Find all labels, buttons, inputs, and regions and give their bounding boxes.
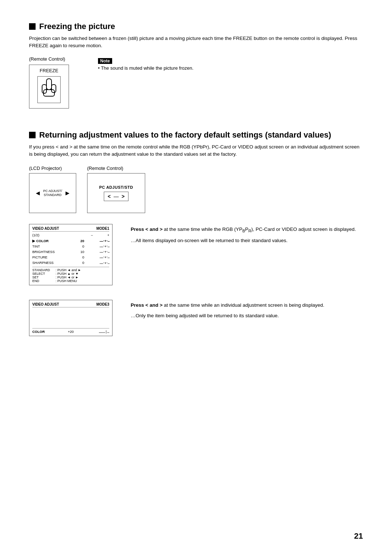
va1-brightness-name: BRIGHTNESS: [32, 249, 61, 254]
va1-row-brightness: BRIGHTNESS 10 ……·+·…: [32, 249, 109, 254]
screen1-text-rest: at the same time while the RGB (YPBPR), …: [163, 227, 356, 232]
va1-tint-value: 0: [75, 244, 84, 249]
va3-footer: COLOR +20 ………|…: [32, 328, 109, 334]
lcd-right-arrow-icon: ►: [64, 189, 71, 197]
va1-footer-set: SET : PUSH ◄ or ►: [32, 276, 109, 279]
screen2-text-col: Press < and > at the same time while an …: [127, 300, 363, 323]
va1-footer-select: SELECT : PUSH ▲ or ▼: [32, 272, 109, 276]
va1-plus-minus: – +: [91, 233, 109, 238]
va1-header-left: VIDEO ADJUST: [32, 227, 59, 230]
remote-btn-left: <: [108, 193, 111, 199]
screen2-press-bold: Press < and >: [131, 302, 163, 308]
va3-header: VIDEO ADJUST MODE3: [32, 302, 109, 307]
va1-subheader: (1/2) – +: [32, 232, 109, 238]
screen1-press-bold: Press < and >: [131, 227, 163, 232]
video-adjust-box-2: VIDEO ADJUST MODE3 COLOR +20 ………|…: [29, 300, 113, 336]
adjust-screens-row-2: VIDEO ADJUST MODE3 COLOR +20 ………|… Press…: [29, 300, 363, 336]
lcd-text: PC ADJUST/STANDARD: [43, 189, 62, 197]
freeze-remote-label: (Remote Control): [29, 56, 69, 62]
screen1-text2: …All items displayed on-screen will be r…: [131, 237, 363, 245]
va1-header: VIDEO ADJUST MODE1: [32, 227, 109, 232]
remote-pc-adjust-label: PC ADJUST/STD: [99, 185, 133, 189]
returning-section-square-icon: [29, 132, 36, 138]
va1-color-value: 20: [75, 238, 84, 244]
freezing-description: Projection can be switched between a fro…: [29, 35, 363, 50]
va1-tint-bar: ……·+·…: [98, 244, 109, 249]
svg-rect-2: [52, 85, 56, 93]
remote-control-diagram-label: (Remote Control): [87, 166, 123, 171]
lcd-projector-group: (LCD Projector) ◄ PC ADJUST/STANDARD ►: [29, 166, 76, 213]
returning-description: If you press < and > at the same time on…: [29, 143, 363, 159]
screen1-text-col: Press < and > at the same time while the…: [127, 224, 363, 248]
diagrams-row: (LCD Projector) ◄ PC ADJUST/STANDARD ► (…: [29, 166, 363, 213]
va1-sharpness-bar: ……·+·…: [98, 260, 109, 265]
lcd-projector-label: (LCD Projector): [29, 166, 62, 171]
va1-row-sharpness: SHARPNESS 0 ……·+·…: [32, 260, 109, 265]
va1-sharpness-value: 0: [75, 260, 84, 265]
va1-brightness-bar: ……·+·…: [98, 249, 109, 254]
screen2-text2: …Only the item being adjusted will be re…: [131, 312, 363, 320]
freezing-section: Freezing the picture Projection can be s…: [29, 22, 363, 109]
screen2-col: VIDEO ADJUST MODE3 COLOR +20 ………|…: [29, 300, 113, 336]
va3-content: [32, 310, 109, 328]
freezing-title: Freezing the picture: [39, 22, 115, 31]
va1-picture-bar: ……·+·…: [98, 254, 109, 260]
lcd-inner: ◄ PC ADJUST/STANDARD ►: [34, 189, 71, 197]
va1-row-color: ▶ COLOR 20 ……·+·…: [32, 238, 109, 244]
remote-control-box: PC ADJUST/STD < — >: [87, 173, 145, 213]
va1-row-picture: PICTURE 0 ……·+·…: [32, 254, 109, 260]
screen2-text-rest: at the same time while an individual adj…: [163, 302, 324, 308]
va1-brightness-value: 10: [75, 249, 84, 254]
screen1-col: VIDEO ADJUST MODE1 (1/2) – + ▶ COLOR 20 …: [29, 224, 113, 285]
remote-buttons-row: < — >: [104, 192, 128, 201]
lcd-projector-box: ◄ PC ADJUST/STANDARD ►: [29, 173, 76, 213]
va1-footer: STANDARD : PUSH ◄ and ► SELECT : PUSH ▲ …: [32, 267, 109, 283]
lcd-left-arrow-icon: ◄: [34, 189, 41, 197]
freeze-note-box: Note • The sound is muted while the pict…: [98, 58, 193, 71]
section-square-icon: [29, 23, 36, 30]
remote-control-group: (Remote Control) PC ADJUST/STD < — >: [87, 166, 145, 213]
note-text: • The sound is muted while the picture f…: [98, 65, 193, 71]
va3-color-bar: ………|…: [97, 330, 109, 334]
freeze-diagram-area: (Remote Control) FREEZE Note • The sound…: [29, 56, 363, 109]
freeze-button-box: FREEZE: [29, 65, 69, 109]
va1-subheader-text: (1/2): [32, 232, 40, 238]
svg-rect-1: [42, 85, 46, 93]
remote-btn-separator: —: [114, 193, 119, 199]
screen2-text: Press < and > at the same time while an …: [131, 302, 363, 309]
page-number: 21: [354, 531, 363, 541]
freezing-section-header: Freezing the picture: [29, 22, 363, 31]
note-title: Note: [98, 58, 112, 64]
va1-picture-name: PICTURE: [32, 254, 61, 260]
remote-btn-right: >: [122, 193, 124, 199]
freeze-remote-column: (Remote Control) FREEZE: [29, 56, 69, 109]
va1-color-name: ▶ COLOR: [32, 238, 61, 244]
va1-color-bar: ……·+·…: [98, 238, 109, 243]
freeze-button-label: FREEZE: [33, 68, 65, 73]
freeze-hand-icon: [37, 76, 61, 103]
returning-section-header: Returning adjustment values to the facto…: [29, 130, 363, 140]
returning-section: Returning adjustment values to the facto…: [29, 130, 363, 336]
va3-color-value: +20: [68, 330, 74, 334]
va3-header-left: VIDEO ADJUST: [32, 302, 59, 306]
va1-header-right: MODE1: [96, 227, 109, 230]
va3-header-right: MODE3: [96, 302, 109, 306]
va1-row-tint: TINT 0 ……·+·…: [32, 244, 109, 249]
video-adjust-box-1: VIDEO ADJUST MODE1 (1/2) – + ▶ COLOR 20 …: [29, 224, 113, 285]
va1-picture-value: 0: [75, 254, 84, 260]
va3-color-label: COLOR: [32, 330, 45, 334]
returning-title: Returning adjustment values to the facto…: [39, 130, 331, 140]
va1-footer-standard: STANDARD : PUSH ◄ and ►: [32, 268, 109, 272]
adjust-screens-row-1: VIDEO ADJUST MODE1 (1/2) – + ▶ COLOR 20 …: [29, 224, 363, 285]
va1-footer-end: END : PUSH MENU: [32, 279, 109, 283]
va1-sharpness-name: SHARPNESS: [32, 260, 61, 265]
screen1-text: Press < and > at the same time while the…: [131, 226, 363, 234]
va1-tint-name: TINT: [32, 244, 61, 249]
svg-rect-0: [46, 79, 52, 90]
